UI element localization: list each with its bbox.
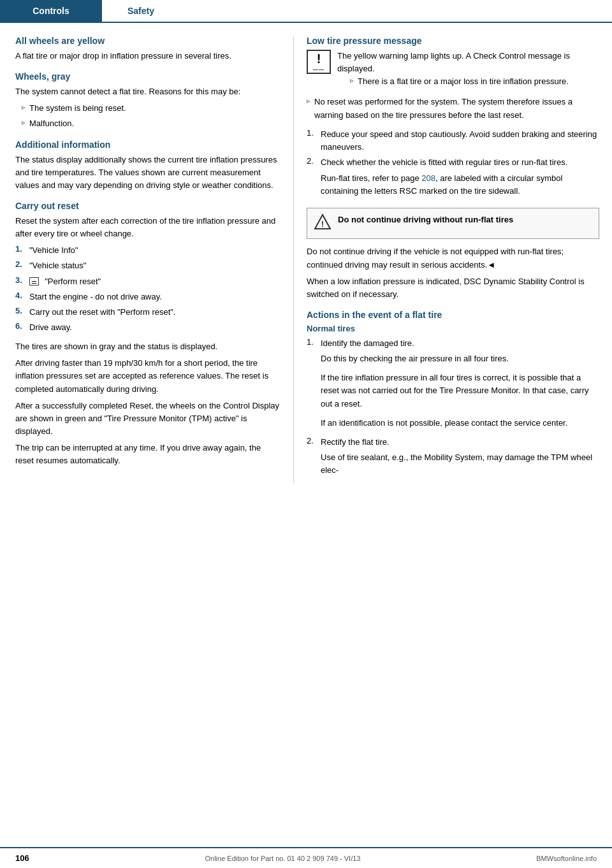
bullet-arrow-icon: ▹ <box>22 103 26 112</box>
exclamation-icon-wrap: ! —— <box>307 50 331 74</box>
info-note-body: The yellow warning lamp lights up. A Che… <box>337 50 599 90</box>
section-all-wheels-yellow-body: A flat tire or major drop in inflation p… <box>15 50 280 62</box>
tab-safety[interactable]: Safety <box>102 0 180 22</box>
step-4-num: 4. <box>15 291 29 300</box>
step-1: 1. "Vehicle Info" <box>15 244 280 257</box>
sub-bullet-flat-tire: ▹ There is a flat tire or a major loss i… <box>350 75 599 88</box>
page-header: Controls Safety <box>0 0 612 23</box>
right-step-2: 2. Check whether the vehicle is fitted w… <box>307 156 599 201</box>
warning-no-runflat-box: ! Do not continue driving without run-fl… <box>307 208 599 239</box>
step-4: 4. Start the engine - do not drive away. <box>15 291 280 303</box>
action-step-1-num: 1. <box>307 337 321 350</box>
section-wheels-gray-body: The system cannot detect a flat tire. Re… <box>15 85 280 98</box>
reset-body5: The trip can be interrupted at any time.… <box>15 442 280 467</box>
bullet-no-reset: ▹ No reset was performed for the system.… <box>307 96 599 121</box>
warning-triangle-icon: ! <box>314 213 332 233</box>
bullet-item-malfunction: ▹ Malfunction. <box>22 117 280 130</box>
step-1-num: 1. <box>15 244 29 254</box>
reset-body2: The tires are shown in gray and the stat… <box>15 340 280 353</box>
action-step-1-text: Identify the damaged tire. <box>321 337 414 350</box>
sub-bullet-arrow-icon: ▹ <box>350 76 354 85</box>
step-2: 2. "Vehicle status" <box>15 259 280 272</box>
action-step-2-num: 2. <box>307 436 321 449</box>
bullet-arrow-noreset-icon: ▹ <box>307 97 310 105</box>
step-6: 6. Drive away. <box>15 321 280 334</box>
footer-site: BMWsoftonline.info <box>536 855 597 862</box>
action-step-1-extra1: Do this by checking the air pressure in … <box>321 352 509 365</box>
section-low-pressure-heading: Low tire pressure message <box>307 36 599 46</box>
page-link[interactable]: 208 <box>421 173 435 183</box>
bullet-arrow-icon: ▹ <box>22 119 26 127</box>
sub-bullet-flat-text: There is a flat tire or a major loss in … <box>358 75 569 88</box>
normal-tires-subheading: Normal tires <box>307 324 599 333</box>
step-3: 3. ⚌ "Perform reset" <box>15 275 280 288</box>
perform-reset-icon: ⚌ <box>29 277 39 286</box>
step-3-num: 3. <box>15 275 29 285</box>
bullet-reset-text: The system is being reset. <box>29 102 126 115</box>
section-all-wheels-yellow-heading: All wheels are yellow <box>15 36 280 46</box>
right-step-2-num: 2. <box>307 156 321 166</box>
action-step-1-extra3: If an identification is not possible, pl… <box>321 417 567 430</box>
step-4-text: Start the engine - do not drive away. <box>29 291 162 303</box>
step-2-text: "Vehicle status" <box>29 259 86 272</box>
step-1-text: "Vehicle Info" <box>29 244 78 257</box>
step-6-text: Drive away. <box>29 321 72 334</box>
action-step-2: 2. Rectify the flat tire. Use of tire se… <box>307 436 599 481</box>
step-5-num: 5. <box>15 306 29 315</box>
info-note-warning: ! —— The yellow warning lamp lights up. … <box>307 50 599 90</box>
action-step-1-extra2: If the tire inflation pressure in all fo… <box>321 372 599 410</box>
section-wheels-gray-heading: Wheels, gray <box>15 71 280 82</box>
info-note-main-text: The yellow warning lamp lights up. A Che… <box>337 50 599 75</box>
tab-controls-label: Controls <box>33 6 69 16</box>
bullet-malfunction-text: Malfunction. <box>29 117 74 130</box>
reset-body3: After driving faster than 19 mph/30 km/h… <box>15 357 280 395</box>
exclamation-icon: ! —— <box>307 50 331 74</box>
step-5: 5. Carry out the reset with "Perform res… <box>15 306 280 319</box>
footer-info-text: Online Edition for Part no. 01 40 2 909 … <box>205 855 360 862</box>
section-additional-info-body: The status display additionally shows th… <box>15 154 280 192</box>
right-step-2-extra: Run-flat tires, refer to page 208, are l… <box>321 172 599 198</box>
right-column: Low tire pressure message ! —— The yello… <box>293 36 612 483</box>
right-step-2-text: Check whether the vehicle is fitted with… <box>321 157 567 167</box>
warning-no-runflat-text: Do not continue driving without run-flat… <box>338 213 513 226</box>
page-content: All wheels are yellow A flat tire or maj… <box>0 23 612 483</box>
right-step-1-num: 1. <box>307 128 321 138</box>
bullet-no-reset-text: No reset was performed for the system. T… <box>314 96 599 121</box>
action-step-1: 1. Identify the damaged tire. Do this by… <box>307 337 599 433</box>
left-column: All wheels are yellow A flat tire or maj… <box>0 36 293 483</box>
section-actions-flat-heading: Actions in the event of a flat tire <box>307 310 599 320</box>
step-2-num: 2. <box>15 259 29 269</box>
right-step-2-content: Check whether the vehicle is fitted with… <box>321 156 599 201</box>
footer-page-number: 106 <box>15 853 29 863</box>
action-step-2-extra1: Use of tire sealant, e.g., the Mobility … <box>321 451 599 477</box>
reset-body4: After a successfully completed Reset, th… <box>15 400 280 438</box>
step-6-num: 6. <box>15 321 29 331</box>
page-footer: 106 Online Edition for Part no. 01 40 2 … <box>0 847 612 868</box>
dsc-body: When a low inflation pressure is indicat… <box>307 275 599 301</box>
tab-safety-label: Safety <box>127 6 154 16</box>
bullet-item-reset: ▹ The system is being reset. <box>22 102 280 115</box>
svg-text:!: ! <box>321 219 324 229</box>
action-step-2-text: Rectify the flat tire. <box>321 436 390 449</box>
section-carry-out-reset-body: Reset the system after each correction o… <box>15 215 280 240</box>
tab-controls[interactable]: Controls <box>0 0 102 22</box>
step-5-text: Carry out the reset with "Perform reset"… <box>29 306 176 319</box>
runflat-warning-body: Do not continue driving if the vehicle i… <box>307 245 599 271</box>
step-3-text: ⚌ "Perform reset" <box>29 275 101 288</box>
right-step-1: 1. Reduce your speed and stop cautiously… <box>307 128 599 154</box>
section-additional-info-heading: Additional information <box>15 140 280 150</box>
section-carry-out-reset-heading: Carry out reset <box>15 201 280 211</box>
right-step-1-text: Reduce your speed and stop cautiously. A… <box>321 128 599 154</box>
